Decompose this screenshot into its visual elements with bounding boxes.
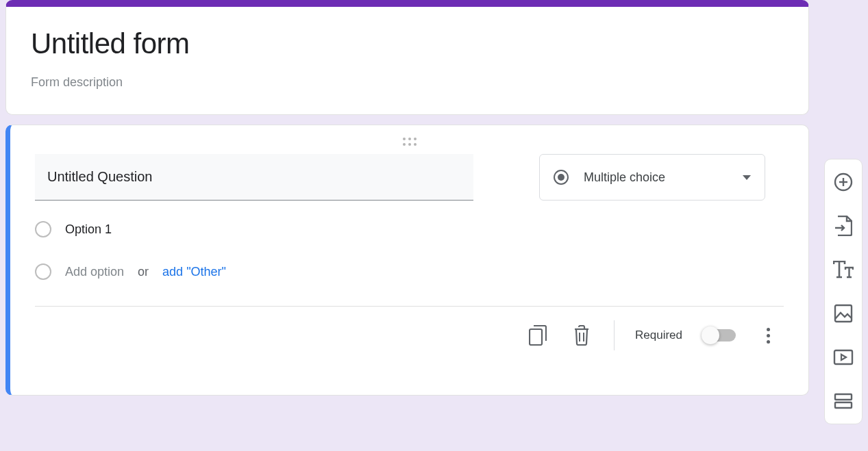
more-options-button[interactable]: [756, 324, 780, 347]
floating-toolbar: [824, 159, 863, 424]
question-type-dropdown[interactable]: Multiple choice: [539, 154, 765, 201]
trash-icon: [573, 325, 590, 346]
option-row: Option 1: [35, 221, 784, 237]
svg-rect-7: [834, 350, 852, 364]
question-title-input[interactable]: [35, 154, 473, 201]
plus-circle-icon: [834, 172, 853, 192]
divider: [614, 320, 615, 350]
or-label: or: [138, 265, 149, 279]
add-option-row: Add option or add "Other": [35, 263, 784, 280]
form-header-card: Untitled form Form description: [5, 0, 809, 115]
add-question-button[interactable]: [832, 170, 855, 194]
required-toggle[interactable]: [703, 329, 736, 342]
copy-icon: [529, 325, 547, 346]
svg-rect-6: [835, 305, 852, 322]
svg-rect-9: [835, 402, 852, 408]
add-option-button[interactable]: Add option: [65, 265, 124, 279]
import-questions-button[interactable]: [832, 214, 855, 237]
duplicate-button[interactable]: [526, 324, 549, 347]
svg-rect-0: [530, 329, 542, 345]
delete-button[interactable]: [570, 324, 593, 347]
video-icon: [833, 349, 854, 365]
form-title-input[interactable]: Untitled form: [31, 27, 784, 60]
question-card: Multiple choice Option 1 Add option or a…: [5, 125, 809, 396]
add-video-button[interactable]: [832, 346, 855, 369]
more-vertical-icon: [767, 328, 770, 344]
option-text-input[interactable]: Option 1: [65, 222, 112, 237]
add-other-button[interactable]: add "Other": [162, 265, 226, 279]
import-file-icon: [834, 216, 852, 236]
form-description-input[interactable]: Form description: [31, 75, 784, 90]
section-icon: [834, 393, 853, 409]
add-section-button[interactable]: [832, 389, 855, 413]
add-title-button[interactable]: [832, 258, 855, 281]
chevron-down-icon: [743, 175, 751, 180]
add-image-button[interactable]: [832, 302, 855, 325]
svg-rect-8: [835, 394, 852, 400]
radio-empty-icon: [35, 221, 51, 237]
radio-icon: [554, 170, 569, 185]
image-icon: [834, 304, 853, 323]
divider: [35, 306, 784, 307]
required-label: Required: [635, 328, 682, 342]
drag-handle-icon[interactable]: [35, 125, 784, 154]
radio-empty-icon: [35, 263, 51, 280]
question-type-label: Multiple choice: [584, 170, 728, 185]
text-icon: [833, 261, 854, 279]
